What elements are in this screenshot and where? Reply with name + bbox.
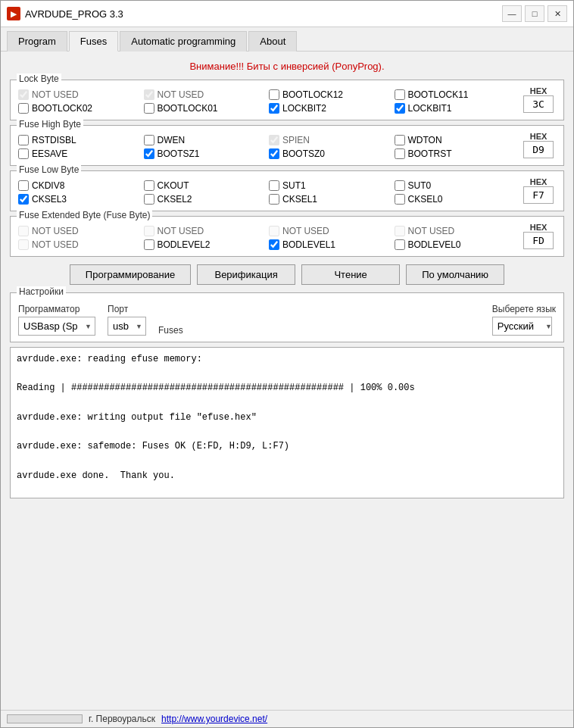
checkbox-item-bootlock01[interactable]: BOOTLOCK01: [144, 103, 265, 114]
tab-bar: Program Fuses Automatic programming Abou…: [1, 27, 573, 52]
fuse-ext-hex: HEX FD: [521, 221, 556, 250]
checkbox-eesave[interactable]: [18, 148, 29, 159]
checkbox-ext_not_used_5: [18, 239, 29, 250]
checkbox-bootsz0[interactable]: [269, 148, 279, 159]
checkbox-wdton[interactable]: [395, 135, 405, 145]
checkbox-bodlevel2[interactable]: [144, 239, 154, 250]
checkbox-item-cksel1[interactable]: CKSEL1: [269, 194, 390, 205]
checkbox-item-bootsz1[interactable]: BOOTSZ1: [144, 148, 265, 159]
checkbox-item-bootlock12[interactable]: BOOTLOCK12: [269, 89, 390, 100]
close-button[interactable]: ✕: [547, 5, 567, 22]
checkbox-bootlock01[interactable]: [144, 103, 154, 114]
title-bar: ▶ AVRDUDE_PROG 3.3 — □ ✕: [1, 1, 573, 27]
checkbox-bootlock11[interactable]: [395, 89, 405, 100]
checkbox-rstdisbl[interactable]: [18, 135, 29, 145]
checkbox-sut0[interactable]: [395, 180, 405, 191]
checkbox-label-wdton: WDTON: [408, 135, 442, 145]
fuse-high-title: Fuse High Byte: [17, 119, 83, 130]
checkbox-bootrst[interactable]: [395, 148, 405, 159]
checkbox-item-bootlock11[interactable]: BOOTLOCK11: [395, 89, 516, 100]
checkbox-item-eesave[interactable]: EESAVE: [18, 148, 139, 159]
checkbox-cksel1[interactable]: [269, 194, 279, 205]
program-button[interactable]: Программирование: [70, 264, 191, 285]
checkbox-item-cksel2[interactable]: CKSEL2: [144, 194, 265, 205]
fuses-field: Fuses: [158, 325, 183, 336]
port-select-wrapper[interactable]: usb: [108, 317, 146, 336]
checkbox-item-spien: SPIEN: [269, 135, 390, 145]
log-textarea[interactable]: [10, 347, 564, 498]
checkbox-item-ext_not_used_1: NOT USED: [18, 226, 139, 236]
checkbox-cksel0[interactable]: [395, 194, 405, 205]
action-buttons: Программирование Верификация Чтение По у…: [10, 264, 564, 285]
checkbox-label-ext_not_used_3: NOT USED: [282, 226, 329, 236]
checkbox-label-sut1: SUT1: [282, 180, 306, 191]
lock-byte-hex-value: 3C: [523, 95, 554, 113]
checkbox-item-bootsz0[interactable]: BOOTSZ0: [269, 148, 390, 159]
port-field: Порт usb: [108, 304, 146, 336]
checkbox-label-bootrst: BOOTRST: [408, 148, 452, 159]
checkbox-item-sut0[interactable]: SUT0: [395, 180, 516, 191]
checkbox-label-sut0: SUT0: [408, 180, 432, 191]
checkbox-label-bootsz0: BOOTSZ0: [282, 148, 325, 159]
checkbox-ckout[interactable]: [144, 180, 154, 191]
checkbox-item-bodlevel1[interactable]: BODLEVEL1: [269, 239, 390, 250]
checkbox-item-dwen[interactable]: DWEN: [144, 135, 265, 145]
checkbox-cksel3[interactable]: [18, 194, 29, 205]
checkbox-cksel2[interactable]: [144, 194, 154, 205]
checkbox-lockbit2[interactable]: [269, 103, 279, 114]
programmer-select-wrapper[interactable]: USBasp (Sp: [18, 317, 95, 336]
lock-byte-title: Lock Byte: [17, 73, 61, 84]
settings-section: Настройки Программатор USBasp (Sp Порт u…: [10, 292, 564, 342]
checkbox-dwen[interactable]: [144, 135, 154, 145]
checkbox-item-ext_not_used_3: NOT USED: [269, 226, 390, 236]
checkbox-bodlevel1[interactable]: [269, 239, 279, 250]
checkbox-bodlevel0[interactable]: [395, 239, 405, 250]
language-select[interactable]: Русский English: [492, 317, 552, 336]
checkbox-label-bootlock01: BOOTLOCK01: [158, 103, 218, 114]
checkbox-item-ckout[interactable]: CKOUT: [144, 180, 265, 191]
default-button[interactable]: По умолчанию: [406, 264, 504, 285]
tab-fuses[interactable]: Fuses: [69, 31, 118, 52]
programmer-label: Программатор: [18, 304, 95, 314]
checkbox-ext_not_used_2: [144, 226, 154, 236]
checkbox-item-cksel0[interactable]: CKSEL0: [395, 194, 516, 205]
checkbox-item-wdton[interactable]: WDTON: [395, 135, 516, 145]
settings-title: Настройки: [17, 286, 66, 297]
checkbox-label-ckout: CKOUT: [158, 180, 189, 191]
port-select[interactable]: usb: [108, 317, 146, 336]
log-wrapper: [10, 347, 564, 704]
checkbox-label-bodlevel2: BODLEVEL2: [158, 239, 211, 250]
checkbox-ext_not_used_3: [269, 226, 279, 236]
minimize-button[interactable]: —: [502, 5, 522, 22]
status-url[interactable]: http://www.yourdevice.net/: [161, 714, 267, 724]
status-progress: [7, 714, 83, 723]
programmer-select[interactable]: USBasp (Sp: [18, 317, 95, 336]
tab-auto[interactable]: Automatic programming: [120, 31, 247, 52]
checkbox-bootsz1[interactable]: [144, 148, 154, 159]
checkbox-item-sut1[interactable]: SUT1: [269, 180, 390, 191]
language-select-wrapper[interactable]: Русский English: [492, 317, 556, 336]
checkbox-item-lockbit2[interactable]: LOCKBIT2: [269, 103, 390, 114]
checkbox-item-bodlevel2[interactable]: BODLEVEL2: [144, 239, 265, 250]
checkbox-lockbit1[interactable]: [395, 103, 405, 114]
status-bar: г. Первоуральск http://www.yourdevice.ne…: [1, 710, 573, 727]
checkbox-item-ckdiv8[interactable]: CKDIV8: [18, 180, 139, 191]
tab-program[interactable]: Program: [7, 31, 67, 52]
checkbox-bootlock12[interactable]: [269, 89, 279, 100]
read-button[interactable]: Чтение: [301, 264, 400, 285]
fuse-ext-title: Fuse Extended Byte (Fuse Byte): [17, 210, 152, 220]
checkbox-item-bootlock02[interactable]: BOOTLOCK02: [18, 103, 139, 114]
checkbox-item-rstdisbl[interactable]: RSTDISBL: [18, 135, 139, 145]
checkbox-item-bodlevel0[interactable]: BODLEVEL0: [395, 239, 516, 250]
verify-button[interactable]: Верификация: [197, 264, 295, 285]
checkbox-item-lockbit1[interactable]: LOCKBIT1: [395, 103, 516, 114]
checkbox-label-ext_not_used_5: NOT USED: [32, 239, 79, 250]
checkbox-item-bootrst[interactable]: BOOTRST: [395, 148, 516, 159]
checkbox-bootlock02[interactable]: [18, 103, 29, 114]
checkbox-sut1[interactable]: [269, 180, 279, 191]
checkbox-item-cksel3[interactable]: CKSEL3: [18, 194, 139, 205]
tab-about[interactable]: About: [248, 31, 297, 52]
maximize-button[interactable]: □: [525, 5, 544, 22]
checkbox-label-bodlevel1: BODLEVEL1: [282, 239, 335, 250]
checkbox-ckdiv8[interactable]: [18, 180, 29, 191]
